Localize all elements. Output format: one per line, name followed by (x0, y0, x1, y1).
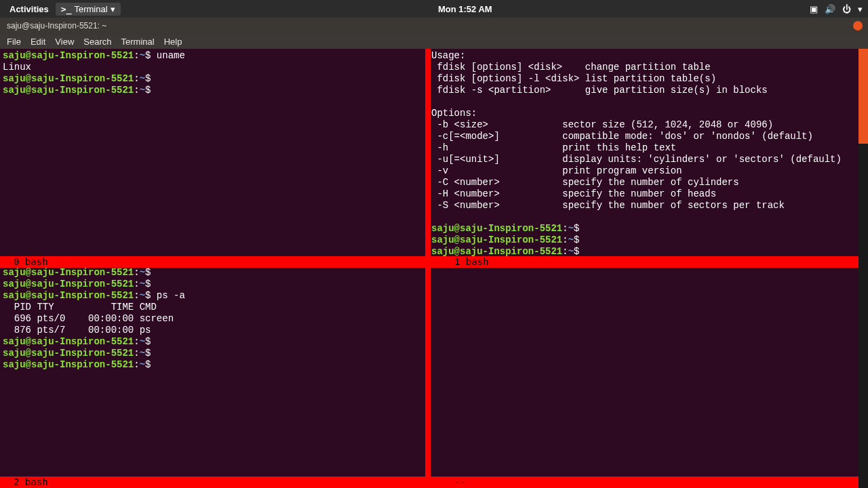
pane-bottom-right[interactable] (431, 267, 854, 476)
tmux-vertical-divider (425, 49, 431, 488)
menu-file[interactable]: File (3, 37, 25, 47)
pane-top-left[interactable]: saju@saju-Inspiron-5521:~$ uname Linux s… (3, 50, 425, 256)
app-menu[interactable]: >_ Terminal ▾ (56, 3, 121, 16)
chevron-down-icon[interactable]: ▾ (858, 4, 863, 14)
volume-icon[interactable]: 🔊 (825, 4, 835, 14)
scrollbar-thumb[interactable] (859, 49, 868, 144)
clock[interactable]: Mon 1:52 AM (121, 4, 810, 14)
terminal-icon: >_ (61, 4, 72, 14)
menu-edit[interactable]: Edit (26, 37, 50, 47)
gnome-topbar: Activities >_ Terminal ▾ Mon 1:52 AM ▣ 🔊… (0, 0, 868, 18)
activities-button[interactable]: Activities (5, 4, 53, 14)
chevron-down-icon: ▾ (111, 4, 115, 14)
screen-icon[interactable]: ▣ (810, 4, 818, 14)
tab-0-bash[interactable]: 0 bash (0, 256, 55, 268)
tmux-tab-bar-mid: 0 bash 1 bash (0, 256, 868, 268)
tab-1-bash[interactable]: 1 bash (441, 256, 496, 268)
topbar-left: Activities >_ Terminal ▾ (5, 3, 121, 16)
menu-help[interactable]: Help (160, 37, 186, 47)
pane-bottom-left[interactable]: saju@saju-Inspiron-5521:~$ saju@saju-Ins… (3, 267, 425, 476)
menubar: File Edit View Search Terminal Help (0, 34, 868, 49)
tmux-status-bar: 2 bash -- (0, 476, 868, 488)
menu-view[interactable]: View (51, 37, 78, 47)
scrollbar[interactable] (859, 49, 868, 488)
menu-search[interactable]: Search (79, 37, 115, 47)
tab-2-bash[interactable]: 2 bash (0, 476, 55, 488)
window-title-text: saju@saju-Inspiron-5521: ~ (7, 21, 106, 30)
status-right: -- (441, 476, 473, 488)
terminal-area[interactable]: saju@saju-Inspiron-5521:~$ uname Linux s… (0, 49, 868, 488)
menu-terminal[interactable]: Terminal (117, 37, 159, 47)
close-icon[interactable] (853, 21, 863, 30)
app-name: Terminal (74, 4, 107, 14)
window-titlebar[interactable]: saju@saju-Inspiron-5521: ~ (0, 18, 868, 34)
pane-top-right[interactable]: Usage: fdisk [options] <disk> change par… (431, 50, 854, 256)
system-tray[interactable]: ▣ 🔊 ⏻ ▾ (810, 4, 863, 14)
power-icon[interactable]: ⏻ (842, 4, 851, 14)
